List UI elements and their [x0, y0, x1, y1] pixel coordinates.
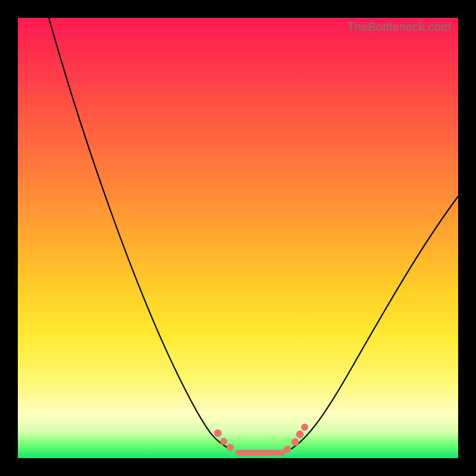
marker-bead	[296, 431, 304, 439]
marker-bead	[227, 444, 234, 451]
marker-bead	[214, 430, 222, 437]
marker-bead	[301, 424, 308, 431]
curve-layer	[18, 18, 458, 458]
marker-bead	[292, 439, 299, 446]
plot-area: TheBottleneck.com	[18, 18, 458, 458]
marker-bead	[284, 446, 291, 453]
curve-left-branch	[49, 18, 229, 449]
curve-right-branch	[292, 196, 458, 449]
marker-bead	[220, 438, 227, 445]
chart-frame: TheBottleneck.com	[0, 0, 476, 476]
